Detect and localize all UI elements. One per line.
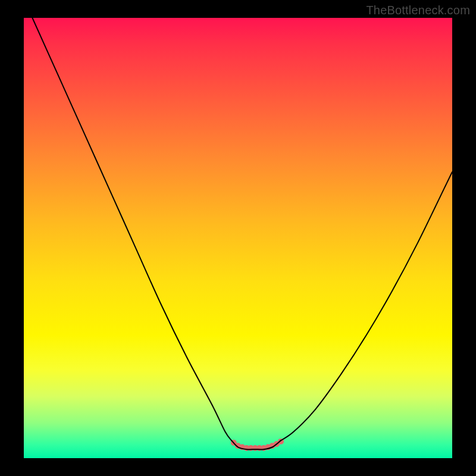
attribution-text: TheBottleneck.com xyxy=(366,4,470,17)
chart-frame: TheBottleneck.com xyxy=(0,0,476,476)
bottleneck-curve xyxy=(32,18,452,449)
plot-area xyxy=(24,18,452,458)
chart-svg xyxy=(24,18,452,458)
curve-lines-layer xyxy=(32,18,452,449)
